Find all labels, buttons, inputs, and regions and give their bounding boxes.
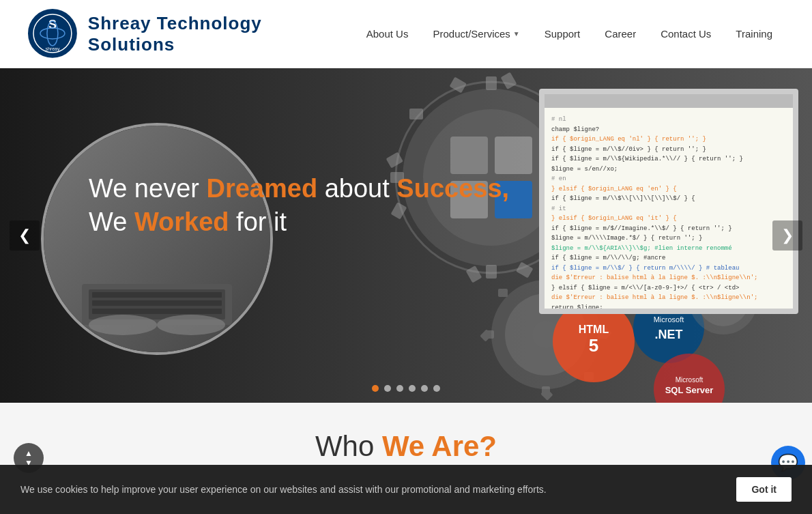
nav-contact-us[interactable]: Contact Us [648,23,723,45]
carousel-next-button[interactable]: ❯ [772,220,802,251]
svg-rect-21 [486,265,497,279]
carousel-dot-4[interactable] [409,385,416,392]
nav-career[interactable]: Career [592,23,648,45]
nav-training[interactable]: Training [723,23,785,45]
svg-rect-28 [466,266,482,283]
hero-dreamed: Dreamed [206,174,317,203]
cookie-banner: We use cookies to help improve your user… [0,465,812,476]
brand-name: Shreay Technology Solutions [88,13,354,55]
dropdown-arrow-icon: ▼ [513,30,520,38]
nav-about-us[interactable]: About Us [354,23,421,45]
svg-point-11 [89,315,157,335]
scroll-up-icon: ▲ [25,448,33,458]
carousel-dot-1[interactable] [372,385,379,392]
svg-rect-20 [486,76,497,90]
svg-text:Microsoft: Microsoft [676,376,704,384]
hero-line1: We never Dreamed about Success, [89,174,509,203]
hero-text: We never Dreamed about Success, We Worke… [89,174,509,237]
svg-rect-31 [409,109,423,119]
svg-rect-48 [498,289,508,297]
svg-text:HTML: HTML [579,324,609,335]
svg-text:shreay: shreay [45,46,59,52]
site-header: S shreay Shreay Technology Solutions Abo… [0,0,812,68]
svg-rect-10 [92,309,222,314]
svg-rect-33 [501,72,517,89]
laptop-inner [44,126,270,352]
projector-screen: # nl champ $ligne? if { $origin_LANG eq … [539,89,798,314]
laptop-circle [41,123,273,355]
nav-support[interactable]: Support [532,23,593,45]
who-highlight: We Are? [382,430,497,462]
svg-text:5: 5 [589,335,598,356]
carousel-dot-3[interactable] [396,385,403,392]
projector-code: # nl champ $ligne? if { $origin_LANG eq … [545,108,793,309]
svg-rect-30 [386,152,403,169]
svg-rect-8 [92,292,222,298]
svg-text:SQL Server: SQL Server [665,385,714,395]
svg-point-12 [157,315,225,335]
carousel-dot-6[interactable] [433,385,440,392]
svg-text:S: S [48,18,57,31]
projector-top-bar [545,94,793,108]
carousel-prev-button[interactable]: ❮ [10,220,40,251]
svg-rect-17 [495,137,532,174]
logo-image: S shreay [27,8,78,59]
carousel-dot-5[interactable] [421,385,428,392]
hero-success: Success, [396,174,509,203]
svg-text:Microsoft: Microsoft [654,315,684,324]
hero-worked: Worked [134,208,229,236]
svg-rect-9 [92,300,222,306]
svg-text:.NET: .NET [654,328,682,341]
hero-line2: We Worked for it [89,208,509,237]
svg-rect-16 [450,137,488,174]
who-title: Who We Are? [0,430,812,463]
hero-section: We never Dreamed about Success, We Worke… [0,68,812,403]
main-nav: About Us Product/Services ▼ Support Care… [354,23,785,45]
carousel-dot-2[interactable] [384,385,391,392]
nav-product-services[interactable]: Product/Services ▼ [420,23,532,45]
logo-area[interactable]: S shreay Shreay Technology Solutions [27,8,354,59]
carousel-dots [372,385,440,392]
